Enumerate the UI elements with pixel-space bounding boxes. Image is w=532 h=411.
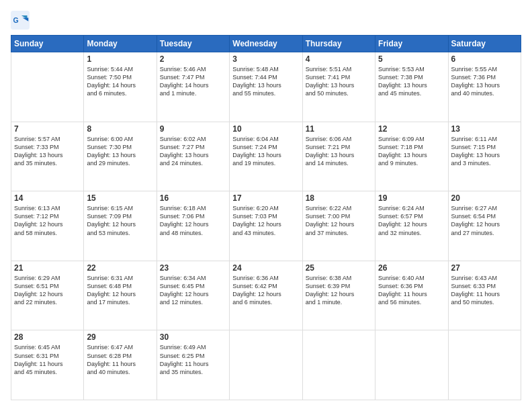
day-info: Sunrise: 6:13 AM Sunset: 7:12 PM Dayligh… (14, 204, 81, 237)
day-cell: 10Sunrise: 6:04 AM Sunset: 7:24 PM Dayli… (230, 122, 302, 191)
week-row-2: 7Sunrise: 5:57 AM Sunset: 7:33 PM Daylig… (11, 122, 521, 191)
day-info: Sunrise: 6:49 AM Sunset: 6:25 PM Dayligh… (160, 343, 226, 376)
day-info: Sunrise: 6:20 AM Sunset: 7:03 PM Dayligh… (232, 204, 299, 237)
day-cell: 3Sunrise: 5:48 AM Sunset: 7:44 PM Daylig… (230, 52, 302, 122)
day-cell: 29Sunrise: 6:47 AM Sunset: 6:28 PM Dayli… (84, 330, 157, 400)
day-number: 22 (87, 263, 153, 273)
day-info: Sunrise: 6:43 AM Sunset: 6:33 PM Dayligh… (451, 274, 518, 307)
day-number: 29 (87, 332, 153, 342)
day-number: 10 (232, 124, 299, 134)
day-info: Sunrise: 6:47 AM Sunset: 6:28 PM Dayligh… (87, 343, 153, 376)
day-cell: 5Sunrise: 5:53 AM Sunset: 7:38 PM Daylig… (375, 52, 448, 122)
day-number: 23 (160, 263, 226, 273)
day-info: Sunrise: 6:09 AM Sunset: 7:18 PM Dayligh… (378, 135, 445, 168)
day-info: Sunrise: 6:04 AM Sunset: 7:24 PM Dayligh… (232, 135, 299, 168)
day-number: 9 (160, 124, 226, 134)
day-number: 27 (451, 263, 518, 273)
day-number: 14 (14, 193, 81, 203)
day-cell: 13Sunrise: 6:11 AM Sunset: 7:15 PM Dayli… (448, 122, 521, 191)
day-info: Sunrise: 5:53 AM Sunset: 7:38 PM Dayligh… (378, 65, 445, 98)
day-info: Sunrise: 6:36 AM Sunset: 6:42 PM Dayligh… (232, 274, 299, 307)
day-info: Sunrise: 6:02 AM Sunset: 7:27 PM Dayligh… (160, 135, 226, 168)
day-info: Sunrise: 6:06 AM Sunset: 7:21 PM Dayligh… (306, 135, 372, 168)
day-number: 16 (160, 193, 226, 203)
day-info: Sunrise: 6:29 AM Sunset: 6:51 PM Dayligh… (14, 274, 81, 307)
day-cell: 4Sunrise: 5:51 AM Sunset: 7:41 PM Daylig… (302, 52, 375, 122)
day-info: Sunrise: 6:31 AM Sunset: 6:48 PM Dayligh… (87, 274, 153, 307)
day-cell: 6Sunrise: 5:55 AM Sunset: 7:36 PM Daylig… (448, 52, 521, 122)
day-cell: 7Sunrise: 5:57 AM Sunset: 7:33 PM Daylig… (11, 122, 84, 191)
week-row-1: 1Sunrise: 5:44 AM Sunset: 7:50 PM Daylig… (11, 52, 521, 122)
day-number: 7 (14, 124, 81, 134)
day-cell: 26Sunrise: 6:40 AM Sunset: 6:36 PM Dayli… (375, 261, 448, 330)
day-cell: 24Sunrise: 6:36 AM Sunset: 6:42 PM Dayli… (230, 261, 302, 330)
day-number: 24 (232, 263, 299, 273)
day-info: Sunrise: 5:46 AM Sunset: 7:47 PM Dayligh… (160, 65, 226, 98)
day-info: Sunrise: 6:11 AM Sunset: 7:15 PM Dayligh… (451, 135, 518, 168)
calendar-header-row: SundayMondayTuesdayWednesdayThursdayFrid… (11, 36, 521, 52)
day-info: Sunrise: 6:27 AM Sunset: 6:54 PM Dayligh… (451, 204, 518, 237)
logo-icon: G (11, 11, 30, 30)
day-number: 15 (87, 193, 153, 203)
day-info: Sunrise: 5:57 AM Sunset: 7:33 PM Dayligh… (14, 135, 81, 168)
day-number: 26 (378, 263, 445, 273)
day-number: 17 (232, 193, 299, 203)
week-row-3: 14Sunrise: 6:13 AM Sunset: 7:12 PM Dayli… (11, 191, 521, 261)
day-number: 1 (87, 54, 153, 64)
day-info: Sunrise: 6:22 AM Sunset: 7:00 PM Dayligh… (306, 204, 372, 237)
day-info: Sunrise: 6:15 AM Sunset: 7:09 PM Dayligh… (87, 204, 153, 237)
day-cell: 14Sunrise: 6:13 AM Sunset: 7:12 PM Dayli… (11, 191, 84, 261)
day-cell: 15Sunrise: 6:15 AM Sunset: 7:09 PM Dayli… (84, 191, 157, 261)
day-number: 4 (306, 54, 372, 64)
day-cell: 1Sunrise: 5:44 AM Sunset: 7:50 PM Daylig… (84, 52, 157, 122)
day-info: Sunrise: 6:40 AM Sunset: 6:36 PM Dayligh… (378, 274, 445, 307)
day-info: Sunrise: 6:18 AM Sunset: 7:06 PM Dayligh… (160, 204, 226, 237)
day-info: Sunrise: 5:44 AM Sunset: 7:50 PM Dayligh… (87, 65, 153, 98)
day-info: Sunrise: 6:45 AM Sunset: 6:31 PM Dayligh… (14, 343, 81, 376)
col-header-sunday: Sunday (11, 36, 84, 52)
day-number: 5 (378, 54, 445, 64)
day-number: 21 (14, 263, 81, 273)
day-cell: 30Sunrise: 6:49 AM Sunset: 6:25 PM Dayli… (157, 330, 229, 400)
day-number: 30 (160, 332, 226, 342)
day-number: 28 (14, 332, 81, 342)
day-number: 19 (378, 193, 445, 203)
day-cell: 18Sunrise: 6:22 AM Sunset: 7:00 PM Dayli… (302, 191, 375, 261)
day-info: Sunrise: 5:48 AM Sunset: 7:44 PM Dayligh… (232, 65, 299, 98)
day-number: 11 (306, 124, 372, 134)
day-cell: 17Sunrise: 6:20 AM Sunset: 7:03 PM Dayli… (230, 191, 302, 261)
day-number: 25 (306, 263, 372, 273)
day-cell: 20Sunrise: 6:27 AM Sunset: 6:54 PM Dayli… (448, 191, 521, 261)
calendar-table: SundayMondayTuesdayWednesdayThursdayFrid… (11, 35, 521, 400)
col-header-saturday: Saturday (448, 36, 521, 52)
day-cell (11, 52, 84, 122)
week-row-4: 21Sunrise: 6:29 AM Sunset: 6:51 PM Dayli… (11, 261, 521, 330)
page: G SundayMondayTuesdayWednesdayThursdayFr… (0, 0, 532, 411)
day-cell: 22Sunrise: 6:31 AM Sunset: 6:48 PM Dayli… (84, 261, 157, 330)
day-cell (230, 330, 302, 400)
day-number: 18 (306, 193, 372, 203)
day-info: Sunrise: 6:00 AM Sunset: 7:30 PM Dayligh… (87, 135, 153, 168)
day-number: 13 (451, 124, 518, 134)
col-header-monday: Monday (84, 36, 157, 52)
day-cell (302, 330, 375, 400)
day-cell: 11Sunrise: 6:06 AM Sunset: 7:21 PM Dayli… (302, 122, 375, 191)
day-info: Sunrise: 6:34 AM Sunset: 6:45 PM Dayligh… (160, 274, 226, 307)
day-cell: 16Sunrise: 6:18 AM Sunset: 7:06 PM Dayli… (157, 191, 229, 261)
day-info: Sunrise: 5:55 AM Sunset: 7:36 PM Dayligh… (451, 65, 518, 98)
day-cell: 21Sunrise: 6:29 AM Sunset: 6:51 PM Dayli… (11, 261, 84, 330)
day-cell: 19Sunrise: 6:24 AM Sunset: 6:57 PM Dayli… (375, 191, 448, 261)
day-cell: 12Sunrise: 6:09 AM Sunset: 7:18 PM Dayli… (375, 122, 448, 191)
day-cell: 27Sunrise: 6:43 AM Sunset: 6:33 PM Dayli… (448, 261, 521, 330)
day-info: Sunrise: 6:38 AM Sunset: 6:39 PM Dayligh… (306, 274, 372, 307)
day-cell: 23Sunrise: 6:34 AM Sunset: 6:45 PM Dayli… (157, 261, 229, 330)
svg-text:G: G (13, 16, 19, 24)
col-header-friday: Friday (375, 36, 448, 52)
day-info: Sunrise: 6:24 AM Sunset: 6:57 PM Dayligh… (378, 204, 445, 237)
day-cell: 9Sunrise: 6:02 AM Sunset: 7:27 PM Daylig… (157, 122, 229, 191)
day-cell: 25Sunrise: 6:38 AM Sunset: 6:39 PM Dayli… (302, 261, 375, 330)
day-number: 2 (160, 54, 226, 64)
day-cell (375, 330, 448, 400)
day-number: 20 (451, 193, 518, 203)
day-info: Sunrise: 5:51 AM Sunset: 7:41 PM Dayligh… (306, 65, 372, 98)
